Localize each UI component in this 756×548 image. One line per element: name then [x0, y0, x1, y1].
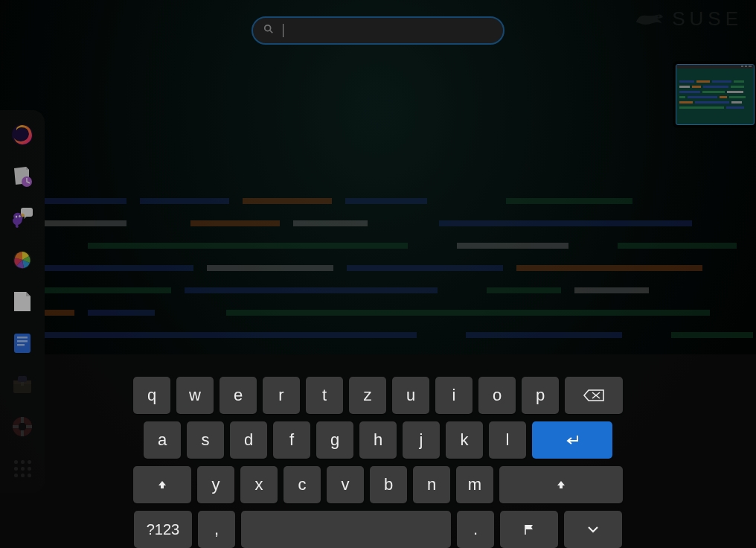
brand-text: SUSE	[672, 7, 743, 31]
chevron-down-icon	[586, 525, 600, 534]
key-backspace[interactable]	[565, 377, 623, 414]
key-shift-right[interactable]	[499, 466, 623, 503]
key-x[interactable]: x	[240, 466, 278, 503]
search-icon	[263, 24, 274, 37]
svg-point-0	[658, 15, 660, 17]
dash-app-firefox[interactable]	[10, 122, 35, 147]
search-input[interactable]	[292, 25, 493, 36]
svg-rect-10	[17, 337, 28, 339]
key-q[interactable]: q	[133, 377, 170, 414]
key-shift-left[interactable]	[133, 466, 191, 503]
shift-up-icon	[556, 480, 566, 490]
key-o[interactable]: o	[478, 377, 516, 414]
svg-line-2	[270, 31, 273, 34]
wallpaper-stripes	[45, 198, 756, 338]
key-period[interactable]: .	[457, 511, 494, 548]
key-g[interactable]: g	[316, 421, 353, 459]
key-i[interactable]: i	[435, 377, 472, 414]
key-p[interactable]: p	[522, 377, 559, 414]
key-v[interactable]: v	[327, 466, 364, 503]
dash-app-contacts[interactable]	[10, 331, 35, 356]
window-thumbnail[interactable]	[676, 64, 755, 125]
key-d[interactable]: d	[230, 421, 267, 459]
key-space[interactable]	[241, 511, 451, 548]
key-comma[interactable]: ,	[198, 511, 235, 548]
svg-point-1	[265, 25, 271, 31]
key-n[interactable]: n	[413, 466, 450, 503]
svg-point-6	[16, 215, 17, 217]
enter-icon	[565, 434, 580, 446]
dash-app-calendar-tasks[interactable]	[10, 164, 35, 189]
text-cursor	[283, 24, 284, 37]
svg-point-7	[19, 215, 20, 217]
key-w[interactable]: w	[176, 377, 214, 414]
svg-rect-9	[14, 334, 31, 353]
brand-logo: SUSE	[635, 7, 743, 31]
key-symbols[interactable]: ?123	[134, 511, 192, 548]
backspace-icon	[583, 389, 605, 402]
flag-icon	[523, 523, 535, 535]
key-t[interactable]: t	[306, 377, 343, 414]
key-f[interactable]: f	[273, 421, 310, 459]
key-b[interactable]: b	[370, 466, 407, 503]
key-k[interactable]: k	[446, 421, 483, 459]
key-c[interactable]: c	[284, 466, 321, 503]
thumbnail-content	[676, 68, 754, 112]
key-a[interactable]: a	[144, 421, 181, 459]
key-m[interactable]: m	[456, 466, 493, 503]
key-hide-keyboard[interactable]	[564, 511, 622, 548]
search-bar[interactable]	[252, 16, 504, 45]
key-e[interactable]: e	[220, 377, 257, 414]
dash-app-color-utility[interactable]	[10, 247, 35, 273]
key-j[interactable]: j	[403, 421, 440, 459]
key-s[interactable]: s	[187, 421, 224, 459]
chameleon-icon	[635, 11, 664, 28]
key-h[interactable]: h	[359, 421, 397, 459]
key-y[interactable]: y	[197, 466, 234, 503]
onscreen-keyboard: q w e r t z u i o p a s d f g h j k l	[0, 354, 756, 548]
key-emoji-flag[interactable]	[500, 511, 558, 548]
dash-app-pidgin[interactable]	[10, 206, 35, 231]
svg-rect-12	[17, 344, 25, 346]
key-z[interactable]: z	[349, 377, 386, 414]
thumbnail-titlebar	[676, 65, 754, 68]
key-u[interactable]: u	[392, 377, 429, 414]
key-l[interactable]: l	[489, 421, 526, 459]
dash-app-libreoffice[interactable]	[10, 289, 35, 314]
shift-up-icon	[157, 480, 167, 490]
key-r[interactable]: r	[263, 377, 300, 414]
key-enter[interactable]	[532, 421, 612, 459]
svg-rect-11	[17, 340, 28, 342]
